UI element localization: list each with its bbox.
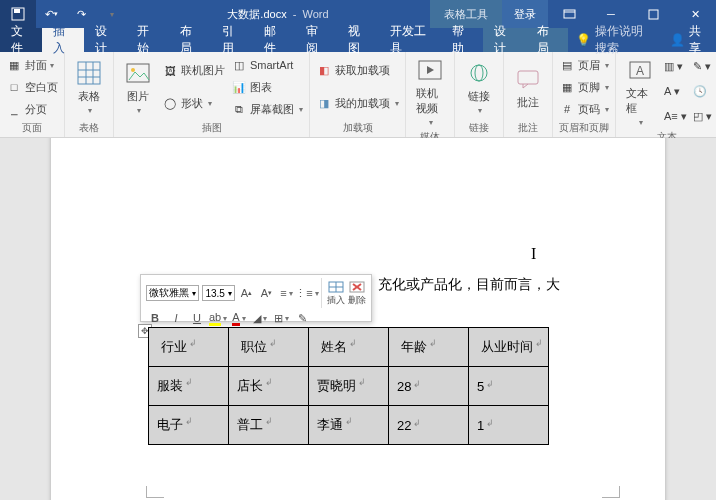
- tab-file[interactable]: 文件: [0, 28, 42, 52]
- ribbon: ▦封面▾ □空白页 ⎯分页 页面 表格 表格 图片 🖼联机图片 ◯形状 ◫Sma…: [0, 52, 716, 138]
- th-industry[interactable]: 行业: [149, 328, 229, 367]
- group-comments: 批注 批注: [504, 52, 553, 137]
- shading-button[interactable]: ◢: [251, 310, 269, 326]
- document-table[interactable]: 行业 职位 姓名 年龄 从业时间 服装 店长 贾晓明 28 5 电子 普工 李通…: [148, 327, 549, 445]
- screenshot-button[interactable]: ⧉屏幕截图: [229, 100, 305, 118]
- table-button[interactable]: 表格: [69, 54, 109, 120]
- smartart-icon: ◫: [231, 57, 247, 73]
- shrink-font-button[interactable]: A▾: [258, 285, 275, 301]
- mini-delete-button[interactable]: 删除: [348, 280, 366, 307]
- size-select[interactable]: 13.5▾: [202, 285, 235, 301]
- tab-insert[interactable]: 插入: [42, 28, 84, 52]
- table-icon: [75, 59, 103, 87]
- smartart-button[interactable]: ◫SmartArt: [229, 56, 305, 74]
- my-addins-button[interactable]: ◨我的加载项: [314, 95, 401, 113]
- group-label: 批注: [508, 120, 548, 137]
- tab-table-layout[interactable]: 布局: [526, 28, 568, 52]
- table-row[interactable]: 服装 店长 贾晓明 28 5: [149, 367, 549, 406]
- svg-rect-1: [14, 9, 20, 13]
- group-illustrations: 图片 🖼联机图片 ◯形状 ◫SmartArt 📊图表 ⧉屏幕截图 插图: [114, 52, 310, 137]
- picture-icon: [124, 59, 152, 87]
- quick-parts-button[interactable]: ▥ ▾: [662, 59, 689, 74]
- table-row[interactable]: 电子 普工 李通 22 1: [149, 406, 549, 445]
- grow-font-button[interactable]: A▴: [238, 285, 255, 301]
- tab-review[interactable]: 审阅: [295, 28, 337, 52]
- tab-mail[interactable]: 邮件: [253, 28, 295, 52]
- font-color-button[interactable]: A: [230, 310, 248, 326]
- group-label: 加载项: [314, 120, 401, 137]
- document-canvas[interactable]: 充化或产品化，目前而言，大 微软雅黑▾ 13.5▾ A▴ A▾ ≡ ⋮≡ 插入 …: [0, 138, 716, 500]
- body-text[interactable]: 充化或产品化，目前而言，大: [378, 276, 560, 294]
- th-age[interactable]: 年龄: [389, 328, 469, 367]
- tell-me-search[interactable]: 💡操作说明搜索: [568, 28, 660, 52]
- svg-point-11: [131, 68, 135, 72]
- font-select[interactable]: 微软雅黑▾: [146, 285, 199, 301]
- table-header-row[interactable]: 行业 职位 姓名 年龄 从业时间: [149, 328, 549, 367]
- tab-reference[interactable]: 引用: [211, 28, 253, 52]
- mini-insert-button[interactable]: 插入: [327, 280, 345, 307]
- th-position[interactable]: 职位: [229, 328, 309, 367]
- page-number-button[interactable]: #页码: [557, 100, 611, 118]
- cover-page-button[interactable]: ▦封面▾: [4, 56, 60, 74]
- object-button[interactable]: ◰ ▾: [691, 109, 714, 124]
- tab-design[interactable]: 设计: [84, 28, 126, 52]
- online-pic-button[interactable]: 🖼联机图片: [160, 62, 227, 80]
- document-title: 大数据.docx - Word: [126, 7, 430, 22]
- underline-button[interactable]: U: [188, 310, 206, 326]
- signature-button[interactable]: ✎ ▾: [691, 59, 714, 74]
- tab-view[interactable]: 视图: [337, 28, 379, 52]
- tab-help[interactable]: 帮助: [441, 28, 483, 52]
- svg-point-14: [471, 65, 487, 81]
- bullets-button[interactable]: ≡: [278, 285, 295, 301]
- italic-button[interactable]: I: [167, 310, 185, 326]
- footer-button[interactable]: ▦页脚: [557, 78, 611, 96]
- screenshot-icon: ⧉: [231, 101, 247, 117]
- svg-marker-13: [427, 66, 434, 74]
- th-name[interactable]: 姓名: [309, 328, 389, 367]
- svg-rect-10: [127, 64, 149, 82]
- undo-button[interactable]: ↶▾: [36, 3, 66, 25]
- video-icon: [416, 56, 444, 84]
- tab-layout[interactable]: 布局: [169, 28, 211, 52]
- comment-icon: [514, 65, 542, 93]
- cover-icon: ▦: [6, 57, 22, 73]
- share-button[interactable]: 👤共享: [660, 28, 716, 52]
- svg-rect-2: [564, 10, 575, 18]
- drop-cap-button[interactable]: A≡ ▾: [662, 109, 689, 124]
- pagenum-icon: #: [559, 101, 575, 117]
- tab-table-design[interactable]: 设计: [483, 28, 525, 52]
- text-box-button[interactable]: A文本框: [620, 54, 660, 129]
- tab-dev[interactable]: 开发工具: [379, 28, 441, 52]
- store-icon: ◧: [316, 63, 332, 79]
- page-break-button[interactable]: ⎯分页: [4, 100, 60, 118]
- svg-rect-4: [649, 10, 658, 19]
- online-video-button[interactable]: 联机视频: [410, 54, 450, 129]
- qat-customize[interactable]: [96, 3, 126, 25]
- group-label: 页眉和页脚: [557, 120, 611, 137]
- header-button[interactable]: ▤页眉: [557, 56, 611, 74]
- wordart-button[interactable]: A ▾: [662, 84, 689, 99]
- numbering-button[interactable]: ⋮≡: [298, 285, 316, 301]
- shapes-button[interactable]: ◯形状: [160, 95, 227, 113]
- group-tables: 表格 表格: [65, 52, 114, 137]
- svg-rect-5: [78, 62, 100, 84]
- border-button[interactable]: ⊞: [272, 310, 290, 326]
- date-time-button[interactable]: 🕓: [691, 84, 714, 99]
- svg-point-15: [475, 65, 483, 81]
- tab-start[interactable]: 开始: [126, 28, 168, 52]
- th-years[interactable]: 从业时间: [469, 328, 549, 367]
- group-addins: ◧获取加载项 ◨我的加载项 加载项: [310, 52, 406, 137]
- picture-button[interactable]: 图片: [118, 54, 158, 120]
- format-painter-button[interactable]: ✎: [293, 310, 311, 326]
- blank-page-button[interactable]: □空白页: [4, 78, 60, 96]
- share-icon: 👤: [670, 33, 685, 47]
- margin-mark: [146, 486, 164, 498]
- redo-button[interactable]: ↷: [66, 3, 96, 25]
- addins-icon: ◨: [316, 96, 332, 112]
- margin-mark: [602, 486, 620, 498]
- get-addins-button[interactable]: ◧获取加载项: [314, 62, 401, 80]
- link-button[interactable]: 链接: [459, 54, 499, 120]
- comment-button[interactable]: 批注: [508, 54, 548, 120]
- highlight-button[interactable]: ab: [209, 310, 227, 326]
- chart-button[interactable]: 📊图表: [229, 78, 305, 96]
